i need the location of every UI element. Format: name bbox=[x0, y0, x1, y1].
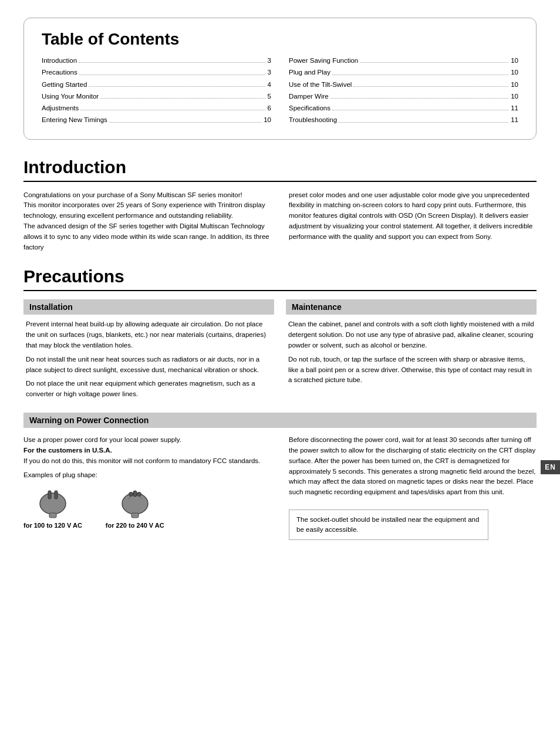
svg-point-6 bbox=[129, 492, 133, 497]
warning-left-col: Use a proper power cord for your local p… bbox=[23, 435, 271, 540]
plug-icon-1 bbox=[35, 486, 70, 518]
toc-item-label: Specifications bbox=[289, 103, 330, 113]
svg-rect-2 bbox=[48, 491, 51, 499]
introduction-left-text: Congratulations on your purchase of a So… bbox=[23, 190, 271, 253]
precautions-section: Precautions Installation Prevent interna… bbox=[23, 266, 537, 540]
maintenance-content: Clean the cabinet, panel and controls wi… bbox=[286, 319, 537, 386]
introduction-right-text: preset color modes and one user adjustab… bbox=[289, 190, 537, 242]
warning-header: Warning on Power Connection bbox=[23, 413, 537, 428]
installation-p2: Do not install the unit near heat source… bbox=[26, 355, 272, 376]
installation-header: Installation bbox=[23, 299, 274, 315]
toc-item: Getting Started 4 bbox=[42, 80, 271, 90]
toc-item-page: 6 bbox=[268, 103, 271, 113]
toc-item: Precautions 3 bbox=[42, 68, 271, 77]
toc-item-page: 10 bbox=[511, 80, 518, 90]
toc-dots bbox=[332, 102, 508, 110]
toc-item: Using Your Monitor 5 bbox=[42, 92, 271, 102]
introduction-right: preset color modes and one user adjustab… bbox=[289, 190, 537, 253]
toc-item-page: 10 bbox=[511, 92, 518, 102]
socket-note-text: The socket-outlet should be installed ne… bbox=[296, 516, 479, 533]
precautions-title: Precautions bbox=[23, 266, 537, 286]
svg-rect-5 bbox=[131, 513, 139, 518]
plug-item-2: for 220 to 240 V AC bbox=[106, 486, 164, 531]
precautions-rule bbox=[23, 290, 537, 291]
toc-dots bbox=[330, 90, 508, 99]
introduction-title: Introduction bbox=[23, 157, 537, 177]
warning-p1: Use a proper power cord for your local p… bbox=[23, 435, 271, 466]
toc-item-page: 11 bbox=[511, 115, 518, 125]
toc-item: Entering New Timings 10 bbox=[42, 115, 271, 125]
svg-point-0 bbox=[40, 493, 66, 514]
toc-right-column: Power Saving Function 10Plug and Play 10… bbox=[289, 56, 518, 127]
toc-dots bbox=[360, 55, 508, 63]
toc-item-page: 4 bbox=[268, 80, 271, 90]
toc-item: Troubleshooting 11 bbox=[289, 115, 518, 125]
toc-dots bbox=[332, 66, 508, 75]
toc-item-page: 10 bbox=[264, 115, 271, 125]
warning-section: Warning on Power Connection Use a proper… bbox=[23, 413, 537, 540]
toc-item-label: Precautions bbox=[42, 68, 77, 77]
toc-item-label: Entering New Timings bbox=[42, 115, 107, 125]
introduction-rule bbox=[23, 181, 537, 182]
toc-item-page: 3 bbox=[268, 68, 271, 77]
svg-rect-3 bbox=[55, 491, 58, 499]
toc-dots bbox=[109, 114, 261, 122]
maintenance-header: Maintenance bbox=[286, 299, 537, 315]
toc-item-label: Troubleshooting bbox=[289, 115, 337, 125]
installation-content: Prevent internal heat build-up by allowi… bbox=[23, 319, 274, 400]
toc-item: Introduction 3 bbox=[42, 56, 271, 66]
toc-item: Adjustments 6 bbox=[42, 103, 271, 113]
toc-dots bbox=[100, 90, 265, 99]
plug-label-1: for 100 to 120 V AC bbox=[23, 521, 82, 531]
warning-p2: Examples of plug shape: bbox=[23, 470, 271, 481]
toc-dots bbox=[353, 79, 508, 87]
toc-dots bbox=[339, 114, 508, 122]
toc-item-page: 11 bbox=[511, 103, 518, 113]
en-tab: EN bbox=[541, 460, 560, 474]
installation-maintenance-row: Installation Prevent internal heat build… bbox=[23, 299, 537, 403]
plug-item-1: for 100 to 120 V AC bbox=[23, 486, 82, 531]
toc-item: Use of the Tilt-Swivel 10 bbox=[289, 80, 518, 90]
toc-dots bbox=[79, 55, 265, 63]
toc-item-label: Power Saving Function bbox=[289, 56, 358, 66]
toc-title: Table of Contents bbox=[42, 30, 518, 49]
toc-item-label: Using Your Monitor bbox=[42, 92, 99, 102]
plug-label-2: for 220 to 240 V AC bbox=[106, 521, 164, 531]
warning-columns: Use a proper power cord for your local p… bbox=[23, 435, 537, 540]
installation-p3: Do not place the unit near equipment whi… bbox=[26, 379, 272, 400]
maintenance-box: Maintenance Clean the cabinet, panel and… bbox=[286, 299, 537, 403]
toc-item-label: Plug and Play bbox=[289, 68, 330, 77]
toc-item-page: 3 bbox=[268, 56, 271, 66]
warning-right-col: Before disconnecting the power cord, wai… bbox=[289, 435, 537, 540]
toc-dots bbox=[89, 79, 265, 87]
warning-right-text: Before disconnecting the power cord, wai… bbox=[289, 435, 537, 498]
introduction-left: Congratulations on your purchase of a So… bbox=[23, 190, 271, 253]
toc-item-label: Getting Started bbox=[42, 80, 87, 90]
toc-item: Specifications 11 bbox=[289, 103, 518, 113]
toc-item-label: Introduction bbox=[42, 56, 77, 66]
plug-shapes: for 100 to 120 V AC bbox=[23, 486, 271, 531]
toc-item-page: 10 bbox=[511, 56, 518, 66]
toc-item-label: Damper Wire bbox=[289, 92, 329, 102]
maintenance-p1: Clean the cabinet, panel and controls wi… bbox=[288, 319, 534, 350]
toc-item: Plug and Play 10 bbox=[289, 68, 518, 77]
svg-rect-8 bbox=[133, 491, 137, 497]
toc-item-page: 5 bbox=[268, 92, 271, 102]
toc-dots bbox=[79, 66, 265, 75]
warning-bold: For the customers in U.S.A. bbox=[23, 447, 112, 454]
toc-item-label: Use of the Tilt-Swivel bbox=[289, 80, 352, 90]
plug-icon-2 bbox=[117, 486, 153, 518]
introduction-content: Congratulations on your purchase of a So… bbox=[23, 190, 537, 253]
svg-rect-1 bbox=[49, 513, 56, 518]
toc-item-label: Adjustments bbox=[42, 103, 79, 113]
socket-note: The socket-outlet should be installed ne… bbox=[289, 509, 488, 541]
installation-p1: Prevent internal heat build-up by allowi… bbox=[26, 319, 272, 350]
installation-box: Installation Prevent internal heat build… bbox=[23, 299, 274, 403]
toc-left-column: Introduction 3Precautions 3Getting Start… bbox=[42, 56, 271, 127]
svg-point-7 bbox=[137, 492, 141, 497]
toc-item: Power Saving Function 10 bbox=[289, 56, 518, 66]
toc-dots bbox=[80, 102, 265, 110]
maintenance-p2: Do not rub, touch, or tap the surface of… bbox=[288, 355, 534, 386]
table-of-contents: Table of Contents Introduction 3Precauti… bbox=[23, 18, 537, 140]
toc-item: Damper Wire 10 bbox=[289, 92, 518, 102]
